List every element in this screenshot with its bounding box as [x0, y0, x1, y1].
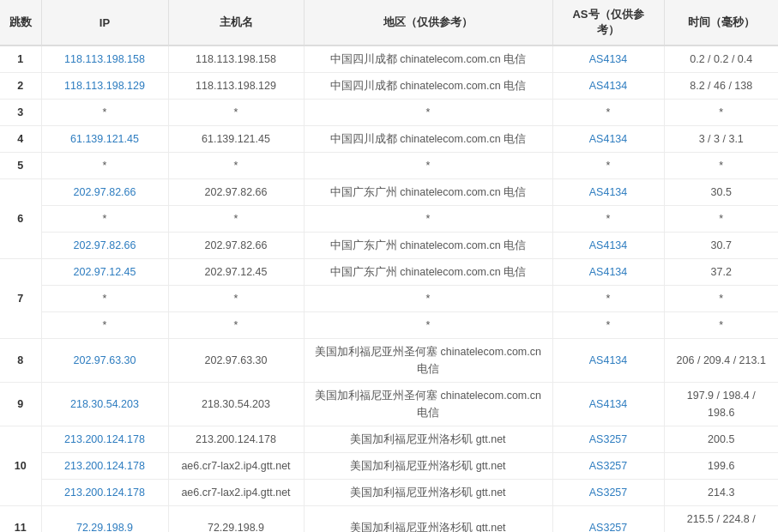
- time-cell: 199.6: [664, 453, 778, 480]
- ip-cell: *: [41, 312, 168, 339]
- ip-link[interactable]: 202.97.82.66: [74, 239, 136, 251]
- as-link[interactable]: AS4134: [589, 186, 627, 198]
- as-cell[interactable]: AS3257: [552, 453, 664, 480]
- ip-link[interactable]: 202.97.82.66: [74, 186, 136, 198]
- region-cell: 中国四川成都 chinatelecom.com.cn 电信: [304, 73, 552, 100]
- region-cell: *: [304, 312, 552, 339]
- ip-cell[interactable]: 118.113.198.129: [41, 73, 168, 100]
- as-link[interactable]: AS3257: [589, 522, 627, 532]
- as-link[interactable]: AS3257: [589, 433, 627, 445]
- table-row: 5*****: [0, 153, 778, 179]
- region-cell: *: [304, 153, 552, 179]
- ip-cell[interactable]: 202.97.63.30: [41, 339, 168, 383]
- as-link[interactable]: AS4134: [589, 266, 627, 278]
- as-cell[interactable]: AS3257: [552, 480, 664, 506]
- ip-link[interactable]: 218.30.54.203: [70, 398, 139, 410]
- ip-link[interactable]: 61.139.121.45: [70, 133, 139, 145]
- as-cell[interactable]: AS3257: [552, 426, 664, 453]
- as-cell[interactable]: AS4134: [552, 259, 664, 286]
- region-cell: 中国广东广州 chinatelecom.com.cn 电信: [304, 259, 552, 286]
- as-cell: *: [552, 312, 664, 339]
- hop-number: 9: [0, 383, 41, 426]
- as-cell[interactable]: AS4134: [552, 73, 664, 100]
- hostname-cell: 72.29.198.9: [168, 506, 304, 533]
- time-cell: 197.9 / 198.4 / 198.6: [664, 383, 778, 426]
- ip-cell[interactable]: 218.30.54.203: [41, 383, 168, 426]
- ip-cell[interactable]: 118.113.198.158: [41, 45, 168, 73]
- as-link[interactable]: AS4134: [589, 80, 627, 92]
- table-row: *****: [0, 312, 778, 339]
- table-row: 213.200.124.178ae6.cr7-lax2.ip4.gtt.net美…: [0, 453, 778, 480]
- as-link[interactable]: AS4134: [589, 398, 627, 410]
- hop-number: 10: [0, 426, 41, 506]
- time-cell: 37.2: [664, 259, 778, 286]
- time-cell: *: [664, 286, 778, 312]
- region-cell: 美国加利福尼亚州洛杉矶 gtt.net: [304, 453, 552, 480]
- ip-link[interactable]: 213.200.124.178: [64, 487, 145, 499]
- ip-link[interactable]: 118.113.198.129: [64, 80, 145, 92]
- as-cell[interactable]: AS4134: [552, 383, 664, 426]
- as-link[interactable]: AS4134: [589, 354, 627, 366]
- region-cell: 中国广东广州 chinatelecom.com.cn 电信: [304, 233, 552, 259]
- ip-cell[interactable]: 202.97.82.66: [41, 179, 168, 206]
- table-row: 461.139.121.4561.139.121.45中国四川成都 chinat…: [0, 126, 778, 153]
- hostname-cell: 202.97.12.45: [168, 259, 304, 286]
- ip-cell[interactable]: 213.200.124.178: [41, 480, 168, 506]
- traceroute-table: 跳数 IP 主机名 地区（仅供参考） AS号（仅供参考） 时间（毫秒） 1118…: [0, 0, 778, 532]
- hop-number: 7: [0, 259, 41, 339]
- ip-link[interactable]: 118.113.198.158: [64, 53, 145, 65]
- header-hostname: 主机名: [168, 0, 304, 45]
- as-cell: *: [552, 206, 664, 233]
- as-link[interactable]: AS4134: [589, 239, 627, 251]
- table-row: 202.97.82.66202.97.82.66中国广东广州 chinatele…: [0, 233, 778, 259]
- region-cell: 美国加利福尼亚州洛杉矶 gtt.net: [304, 480, 552, 506]
- ip-cell[interactable]: 61.139.121.45: [41, 126, 168, 153]
- as-cell[interactable]: AS4134: [552, 233, 664, 259]
- table-row: *****: [0, 206, 778, 233]
- hostname-cell: *: [168, 312, 304, 339]
- traceroute-table-container: 跳数 IP 主机名 地区（仅供参考） AS号（仅供参考） 时间（毫秒） 1118…: [0, 0, 778, 532]
- ip-link[interactable]: 202.97.12.45: [74, 266, 136, 278]
- table-header-row: 跳数 IP 主机名 地区（仅供参考） AS号（仅供参考） 时间（毫秒）: [0, 0, 778, 45]
- ip-cell[interactable]: 213.200.124.178: [41, 453, 168, 480]
- ip-link[interactable]: 72.29.198.9: [76, 522, 133, 532]
- hostname-cell: 61.139.121.45: [168, 126, 304, 153]
- ip-cell: *: [41, 153, 168, 179]
- region-cell: 美国加利福尼亚州圣何塞 chinatelecom.com.cn 电信: [304, 383, 552, 426]
- time-cell: 0.2 / 0.2 / 0.4: [664, 45, 778, 73]
- time-cell: 30.7: [664, 233, 778, 259]
- hostname-cell: ae6.cr7-lax2.ip4.gtt.net: [168, 453, 304, 480]
- as-cell[interactable]: AS3257: [552, 506, 664, 533]
- ip-cell: *: [41, 206, 168, 233]
- as-link[interactable]: AS4134: [589, 133, 627, 145]
- ip-link[interactable]: 213.200.124.178: [64, 460, 145, 472]
- ip-cell[interactable]: 202.97.82.66: [41, 233, 168, 259]
- as-cell[interactable]: AS4134: [552, 179, 664, 206]
- ip-cell[interactable]: 202.97.12.45: [41, 259, 168, 286]
- ip-cell: *: [41, 286, 168, 312]
- as-cell[interactable]: AS4134: [552, 126, 664, 153]
- ip-link[interactable]: 213.200.124.178: [64, 433, 145, 445]
- time-cell: *: [664, 312, 778, 339]
- ip-link[interactable]: 202.97.63.30: [74, 354, 136, 366]
- time-cell: *: [664, 206, 778, 233]
- time-cell: *: [664, 100, 778, 126]
- hop-number: 8: [0, 339, 41, 383]
- ip-cell[interactable]: 72.29.198.9: [41, 506, 168, 533]
- as-cell[interactable]: AS4134: [552, 45, 664, 73]
- as-cell[interactable]: AS4134: [552, 339, 664, 383]
- time-cell: 30.5: [664, 179, 778, 206]
- time-cell: 8.2 / 46 / 138: [664, 73, 778, 100]
- time-cell: 3 / 3 / 3.1: [664, 126, 778, 153]
- as-link[interactable]: AS3257: [589, 460, 627, 472]
- hop-number: 4: [0, 126, 41, 153]
- header-as: AS号（仅供参考）: [552, 0, 664, 45]
- as-link[interactable]: AS3257: [589, 487, 627, 499]
- hostname-cell: 202.97.82.66: [168, 233, 304, 259]
- ip-cell[interactable]: 213.200.124.178: [41, 426, 168, 453]
- header-region: 地区（仅供参考）: [304, 0, 552, 45]
- as-link[interactable]: AS4134: [589, 53, 627, 65]
- hostname-cell: *: [168, 100, 304, 126]
- table-row: 9218.30.54.203218.30.54.203美国加利福尼亚州圣何塞 c…: [0, 383, 778, 426]
- region-cell: 美国加利福尼亚州洛杉矶 gtt.net: [304, 426, 552, 453]
